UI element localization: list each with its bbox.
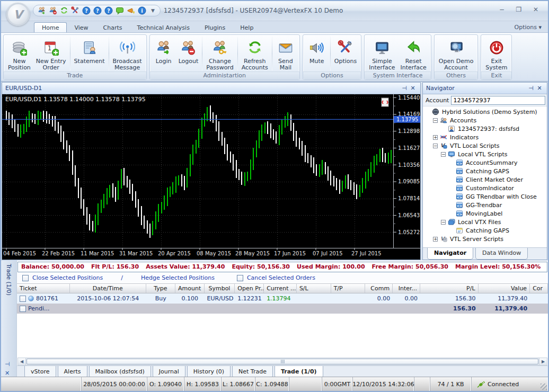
exit-system-button[interactable]: ExitSystem [483, 35, 510, 72]
menu-tab-plugins[interactable]: Plugins [197, 23, 233, 32]
reset-interface-button[interactable]: ResetInterface [398, 35, 429, 72]
collapse-icon[interactable]: − [441, 220, 446, 225]
tree-item-catching-gaps[interactable]: <>Catching GAPS [423, 167, 547, 175]
menu-tab-home[interactable]: Home [34, 22, 67, 32]
tree-item-movinglabel[interactable]: <>MovingLabel [423, 209, 547, 218]
change-password-button[interactable]: ChangePassword [203, 35, 236, 72]
column-header-p-l[interactable]: P/L [420, 284, 479, 293]
column-header-inter[interactable]: Inter... [393, 284, 420, 293]
collapse-icon[interactable]: − [441, 152, 446, 157]
logout-button[interactable]: Logout [176, 35, 201, 72]
hedge-selected-label[interactable]: Hedge Selected Positions [141, 274, 215, 281]
pin-icon[interactable]: ⊣ [400, 85, 409, 92]
tree-item-client-market-order[interactable]: <>Client Market Order [423, 175, 547, 184]
navigator-tab-data-window[interactable]: Data Window [475, 248, 528, 260]
new-position-button[interactable]: NewPosition [5, 35, 33, 72]
navigator-tab-navigator[interactable]: Navigator [427, 248, 473, 260]
menu-tab-help[interactable]: Help [233, 23, 261, 32]
tree-item-hybrid-solutions-demo-system[interactable]: Hybrid Solutions (Demo System) [423, 108, 547, 116]
app-logo-icon[interactable]: V [6, 3, 30, 26]
column-header-cor[interactable]: Cor [530, 284, 548, 293]
pin-icon[interactable]: ⊣ [527, 85, 535, 92]
refresh-accounts-button[interactable]: RefreshAccounts [239, 35, 271, 72]
tools-icon[interactable] [71, 6, 79, 15]
tree-item-gg-trendbar-with-close[interactable]: <>GG TRendbar with Close [423, 192, 547, 201]
megaphone-icon[interactable] [127, 6, 135, 15]
pin-icon[interactable]: ⊣ [5, 361, 10, 368]
users-green-icon[interactable] [38, 6, 46, 15]
column-header-date-time[interactable]: Date/Time [70, 284, 146, 293]
column-header-open-pr[interactable]: Open Pr... [235, 284, 264, 293]
tree-item-local-vtx-files[interactable]: −Local VTX Files [423, 218, 547, 226]
row-checkbox[interactable] [20, 306, 26, 312]
mute-button[interactable]: Mute [305, 35, 329, 72]
options-dropdown[interactable]: Options ▾ [515, 24, 542, 31]
new-entry-order-button[interactable]: 1New EntryOrder [33, 35, 69, 72]
send-mail-button[interactable]: SendMail [273, 35, 298, 72]
refresh-icon[interactable] [60, 6, 68, 15]
column-header-s-l[interactable]: S/L [297, 284, 331, 293]
column-header-ticket[interactable]: Ticket [17, 284, 70, 293]
horizontal-scrollbar[interactable]: ◀ ▶ [17, 358, 547, 366]
tree-item-accountsummary[interactable]: <>AccountSummary [423, 158, 547, 167]
tree-item-1234572937-dsfsfsd[interactable]: 1234572937: dsfsfsd [423, 124, 547, 133]
column-header-value[interactable]: Value [479, 284, 530, 293]
tree-item-accounts[interactable]: −Accounts [423, 116, 547, 124]
column-header-symbol[interactable]: Symbol [205, 284, 235, 293]
collapse-icon[interactable]: − [433, 118, 438, 123]
menu-tab-technical-analysis[interactable]: Technical Analysis [130, 23, 197, 32]
login-button[interactable]: Login [152, 35, 176, 72]
row-checkbox[interactable] [20, 296, 26, 302]
scroll-right-button[interactable]: ▶ [539, 358, 547, 365]
close-icon[interactable]: ✕ [409, 85, 417, 92]
minimize-button[interactable]: − [495, 5, 509, 14]
statement-button[interactable]: Statement [72, 35, 108, 72]
chat-icon[interactable] [116, 6, 124, 15]
info-icon[interactable]: i [138, 6, 146, 15]
open-demo-account-button[interactable]: Open DemoAccount [436, 35, 476, 72]
help-icon[interactable]: ? [82, 6, 91, 15]
menu-tab-view[interactable]: View [67, 23, 95, 32]
tree-item-vtl-server-scripts[interactable]: +VVTL Server Scripts [423, 235, 547, 243]
position-row[interactable]: 8017612015-10-06 12:07:54Buy0.100EUR/USD… [17, 293, 548, 304]
chart-script-icon[interactable] [382, 98, 388, 106]
column-header-current[interactable]: Current ... [264, 284, 297, 293]
scroll-left-button[interactable]: ◀ [18, 358, 26, 365]
help-icon[interactable]: ? [93, 6, 102, 15]
cancel-selected-label[interactable]: Cancel Selected Orders [247, 274, 315, 281]
tree-item-catching-gaps[interactable]: Catching GAPS [423, 226, 547, 235]
resize-grip[interactable] [541, 384, 547, 390]
collapse-icon[interactable]: − [433, 144, 438, 148]
tree-item-indicators[interactable]: +Indicators [423, 133, 547, 141]
tree-item-local-vtl-scripts[interactable]: −Local VTL Scripts [423, 150, 547, 158]
column-header-comm[interactable]: Comm [365, 284, 393, 293]
expand-icon[interactable]: + [433, 135, 438, 140]
price-chart[interactable]: 1.154401.141691.128981.116271.103561.090… [2, 94, 420, 260]
broadcast-message-button[interactable]: BroadcastMessage [110, 35, 145, 72]
users-red-icon[interactable] [49, 6, 57, 15]
cancel-selected-checkbox[interactable] [237, 275, 243, 281]
simple-interface-button[interactable]: SimpleInterface [366, 35, 397, 72]
close-button[interactable]: ✕ [529, 5, 543, 14]
tree-item-customindicator[interactable]: <>CustomIndicator [423, 184, 547, 192]
help-icon[interactable]: ? [104, 6, 113, 15]
close-selected-label[interactable]: Close Selected Positions [32, 274, 103, 281]
close-icon[interactable]: ✕ [535, 85, 544, 92]
column-header-t-p[interactable]: T/P [331, 284, 366, 293]
pending-summary-row[interactable]: Pendi...156.3011,379.40 [17, 304, 548, 314]
column-header-amount[interactable]: Amount [175, 284, 205, 293]
options-button[interactable]: Options [332, 35, 359, 72]
close-selected-checkbox[interactable] [22, 275, 29, 281]
positions-table-header[interactable]: TicketDate/TimeTypeAmountSymbolOpen Pr..… [17, 283, 548, 293]
column-header-type[interactable]: Type [146, 284, 175, 293]
qat-customize-caret[interactable]: ▼ [151, 8, 155, 13]
close-icon[interactable]: ✕ [5, 370, 10, 377]
expand-icon[interactable]: + [433, 237, 438, 242]
menu-tab-charts[interactable]: Charts [96, 23, 130, 32]
app-window: V ???i▼ 1234572937 [dsfsfsd] - USER20974… [0, 0, 549, 392]
tree-item-vtl-local-scripts[interactable]: −VVTL Local Scripts [423, 141, 547, 150]
tree-item-gg-trendbar[interactable]: <>GG-Trendbar [423, 201, 547, 209]
scroll-thumb[interactable] [26, 359, 538, 364]
account-input[interactable] [451, 96, 545, 105]
restore-button[interactable]: ❐ [512, 5, 526, 14]
